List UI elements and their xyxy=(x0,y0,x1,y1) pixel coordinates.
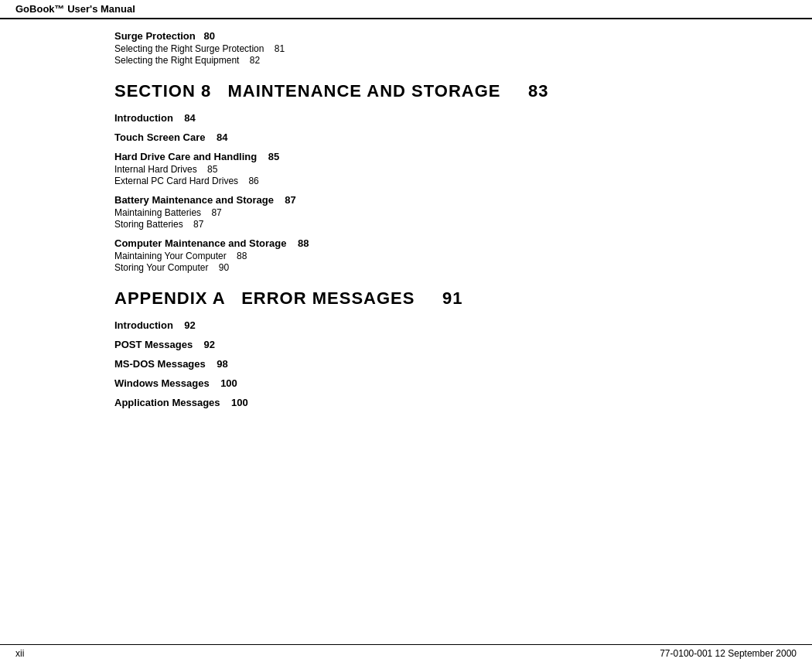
section8-header: SECTION 8 MAINTENANCE AND STORAGE 83 xyxy=(114,81,698,101)
section8-touchscreen: Touch Screen Care 84 xyxy=(114,131,698,143)
section8-computer: Computer Maintenance and Storage 88 Main… xyxy=(114,237,698,273)
footer-page-number: xii xyxy=(15,648,24,659)
footer-bar: xii 77-0100-001 12 September 2000 xyxy=(0,644,812,662)
toc-external-hd: External PC Card Hard Drives 86 xyxy=(114,176,698,186)
toc-post-messages: POST Messages 92 xyxy=(114,339,698,350)
toc-storing-computer: Storing Your Computer 90 xyxy=(114,262,698,273)
section8-harddrive: Hard Drive Care and Handling 85 Internal… xyxy=(114,151,698,186)
toc-maintaining-batteries: Maintaining Batteries 87 xyxy=(114,207,698,218)
section8-intro: Introduction 84 xyxy=(114,112,698,124)
toc-right-surge: Selecting the Right Surge Protection 81 xyxy=(114,43,698,54)
toc-storing-batteries: Storing Batteries 87 xyxy=(114,219,698,230)
toc-touchscreen: Touch Screen Care 84 xyxy=(114,131,698,143)
toc-surge-protection: Surge Protection 80 xyxy=(114,30,698,42)
section8-battery: Battery Maintenance and Storage 87 Maint… xyxy=(114,194,698,230)
appendix-post: POST Messages 92 xyxy=(114,339,698,350)
toc-intro-84: Introduction 84 xyxy=(114,112,698,124)
toc-computer-maintenance: Computer Maintenance and Storage 88 xyxy=(114,237,698,249)
toc-internal-hd: Internal Hard Drives 85 xyxy=(114,164,698,175)
appendix-msdos: MS-DOS Messages 98 xyxy=(114,358,698,370)
main-content: Surge Protection 80 Selecting the Right … xyxy=(0,19,812,424)
appendix-header: APPENDIX A ERROR MESSAGES 91 xyxy=(114,288,698,309)
toc-battery: Battery Maintenance and Storage 87 xyxy=(114,194,698,206)
footer-doc-info: 77-0100-001 12 September 2000 xyxy=(660,648,797,659)
appendix-application: Application Messages 100 xyxy=(114,397,698,408)
header-bar: GoBook™ User's Manual xyxy=(0,0,812,19)
header-title: GoBook™ User's Manual xyxy=(15,3,135,15)
toc-right-equipment: Selecting the Right Equipment 82 xyxy=(114,55,698,66)
toc-windows-messages: Windows Messages 100 xyxy=(114,377,698,389)
toc-appendix-intro: Introduction 92 xyxy=(114,319,698,331)
toc-application-messages: Application Messages 100 xyxy=(114,397,698,408)
toc-harddrive: Hard Drive Care and Handling 85 xyxy=(114,151,698,162)
appendix-intro: Introduction 92 xyxy=(114,319,698,331)
appendix-windows: Windows Messages 100 xyxy=(114,377,698,389)
toc-msdos-messages: MS-DOS Messages 98 xyxy=(114,358,698,370)
section7-block: Surge Protection 80 Selecting the Right … xyxy=(114,30,698,66)
toc-maintaining-computer: Maintaining Your Computer 88 xyxy=(114,251,698,261)
